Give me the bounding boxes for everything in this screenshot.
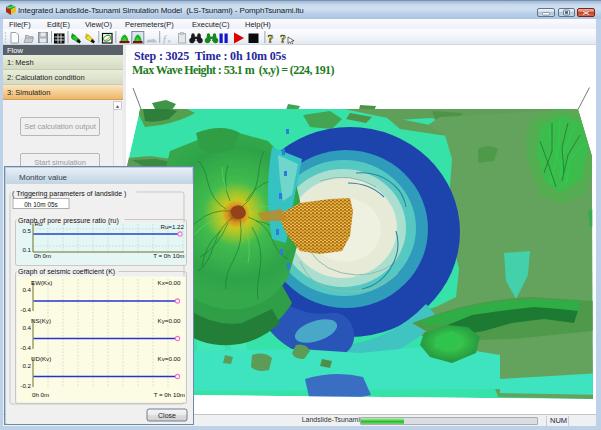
svg-text:x: x (167, 37, 172, 44)
svg-text:?: ? (280, 32, 286, 44)
svg-text:Ky=0.00: Ky=0.00 (158, 317, 181, 324)
svg-text:0.1: 0.1 (22, 246, 31, 253)
svg-text:UD(Kv): UD(Kv) (31, 355, 51, 362)
svg-text:0h 0m: 0h 0m (34, 252, 51, 259)
svg-text:0h 10m 05s: 0h 10m 05s (24, 201, 57, 208)
svg-text:Kv=0.00: Kv=0.00 (158, 355, 181, 362)
svg-text:-0.2: -0.2 (20, 382, 31, 389)
svg-text:0.5: 0.5 (22, 227, 31, 234)
svg-text:f: f (163, 34, 167, 45)
svg-text:Ru: Ru (35, 220, 43, 227)
svg-text:Kx=0.00: Kx=0.00 (158, 279, 181, 286)
svg-text:T = 0h 10m: T = 0h 10m (154, 391, 185, 398)
svg-text:NS(Ky): NS(Ky) (31, 317, 51, 324)
svg-text:Graph of seismic coefficient (: Graph of seismic coefficient (K) (18, 268, 115, 276)
svg-text:EW(Kx): EW(Kx) (31, 279, 52, 286)
svg-text:0.2: 0.2 (22, 362, 31, 369)
svg-text:-0.4: -0.4 (20, 344, 31, 351)
svg-text:0.4: 0.4 (22, 286, 31, 293)
svg-text:T = 0h 10m: T = 0h 10m (153, 252, 184, 259)
svg-text:0h 0m: 0h 0m (32, 391, 49, 398)
svg-text:Close: Close (158, 412, 176, 419)
svg-text:Ru=1.22: Ru=1.22 (160, 223, 184, 230)
svg-text:0.4: 0.4 (22, 324, 31, 331)
svg-text:( Triggering parameters of lan: ( Triggering parameters of landslide ) (12, 190, 126, 198)
svg-text:-0.4: -0.4 (20, 306, 31, 313)
svg-text:?: ? (268, 32, 274, 44)
